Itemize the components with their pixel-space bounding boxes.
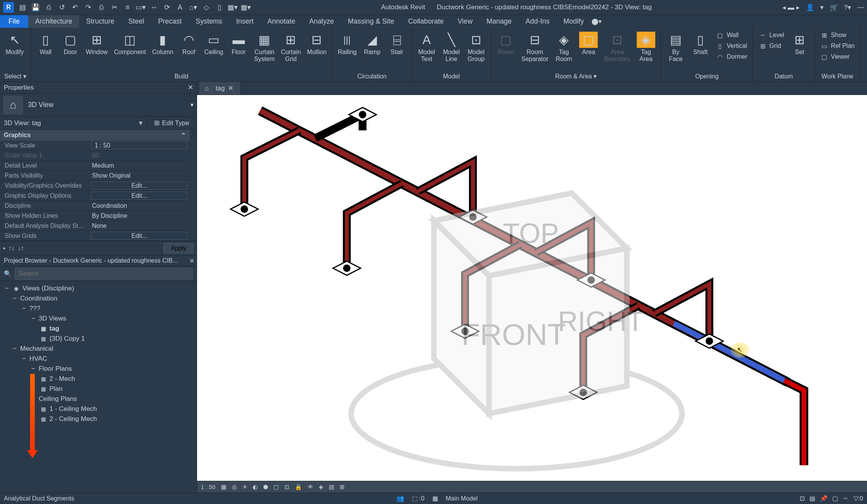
shadows-control[interactable]: ◐ xyxy=(253,484,258,490)
curtain-grid-button[interactable]: ⊞Curtain Grid xyxy=(279,30,303,64)
render-control[interactable]: ⬢ xyxy=(263,484,268,490)
select-underlay-icon[interactable]: ▤ xyxy=(809,495,815,502)
tag-area-button[interactable]: ◈Tag Area xyxy=(634,30,658,64)
browser-scrollbar[interactable] xyxy=(190,281,197,492)
opening-wall-button[interactable]: ▢Wall xyxy=(714,30,750,40)
detail-level-control[interactable]: ▦ xyxy=(221,484,226,490)
property-value[interactable]: By Discipline xyxy=(89,211,190,221)
curtain-system-button[interactable]: ▦Curtain System xyxy=(252,30,277,64)
analytical-control[interactable]: ▤ xyxy=(329,484,334,490)
tab-collaborate[interactable]: Collaborate xyxy=(401,15,450,28)
roof-button[interactable]: ◠Roof xyxy=(177,30,201,57)
browser-close-icon[interactable]: ✕ xyxy=(189,257,194,265)
view-tab-tag[interactable]: ⌂ tag ✕ xyxy=(199,82,241,95)
tab-modify[interactable]: Modify xyxy=(556,15,591,28)
rotate-icon[interactable]: ⟳ xyxy=(162,3,172,12)
visual-style-control[interactable]: ◎ xyxy=(232,484,237,490)
tree-item[interactable]: −Floor Plans xyxy=(0,364,190,374)
redo-icon[interactable]: ↷ xyxy=(83,3,93,12)
sort-asc-icon[interactable]: ↑↓ xyxy=(8,245,15,252)
saveall-icon[interactable]: ⎙ xyxy=(44,3,53,12)
revit-app-icon[interactable]: R xyxy=(3,2,14,13)
property-value[interactable]: None xyxy=(89,221,190,231)
default3d-icon[interactable]: ◇ xyxy=(202,3,211,12)
tab-addins[interactable]: Add-Ins xyxy=(518,15,556,28)
align-icon[interactable]: ▭▾ xyxy=(136,3,145,12)
model-text-button[interactable]: AModel Text xyxy=(415,30,438,64)
property-value[interactable]: Medium xyxy=(89,161,190,170)
mullion-button[interactable]: ⊟Mullion xyxy=(305,30,329,57)
tree-item[interactable]: ▦tag xyxy=(0,324,190,334)
tree-root[interactable]: − ◉ Views (Discipline) xyxy=(0,283,190,294)
property-value[interactable]: 1 : 50 xyxy=(91,141,187,149)
close-hidden-icon[interactable]: ▦▾ xyxy=(241,3,250,12)
tree-item[interactable]: −Coordination xyxy=(0,294,190,304)
component-button[interactable]: ◫Component xyxy=(112,30,148,57)
by-face-button[interactable]: ▤By Face xyxy=(664,30,687,64)
modify-button[interactable]: ↖ Modify xyxy=(3,30,26,57)
column-button[interactable]: ▮Column xyxy=(150,30,176,57)
window-button[interactable]: ⊞Window xyxy=(83,30,110,57)
tab-insert[interactable]: Insert xyxy=(229,15,260,28)
minimize-icon[interactable]: — xyxy=(857,3,864,11)
area-button[interactable]: ▢Area xyxy=(577,30,600,57)
tab-manage[interactable]: Manage xyxy=(479,15,518,28)
scale-control[interactable]: 1 : 50 xyxy=(201,484,216,490)
tab-annotate[interactable]: Annotate xyxy=(260,15,302,28)
search-input[interactable] xyxy=(15,268,193,280)
tree-item[interactable]: −HVAC xyxy=(0,354,190,364)
viewcube[interactable]: FRONT RIGHT TOP xyxy=(197,110,852,481)
shaft-button[interactable]: ▯Shaft xyxy=(689,30,712,57)
wall-button[interactable]: ▯Wall xyxy=(34,30,57,57)
property-edit-button[interactable]: Edit... xyxy=(91,192,187,200)
select-links-icon[interactable]: ⊡ xyxy=(800,495,805,502)
tab-steel[interactable]: Steel xyxy=(121,15,151,28)
crop-control[interactable]: ▢ xyxy=(274,484,279,490)
file-tab[interactable]: File xyxy=(0,15,28,28)
model-line-button[interactable]: ╲Model Line xyxy=(440,30,463,64)
reveal-control[interactable]: ◈ xyxy=(319,484,323,490)
stair-button[interactable]: ⌸Stair xyxy=(385,30,408,57)
door-button[interactable]: ▢Door xyxy=(59,30,82,57)
switch-windows-icon[interactable]: ▦▾ xyxy=(228,3,237,12)
tree-item[interactable]: ▦1 - Ceiling Mech xyxy=(0,404,190,414)
select-pinned-icon[interactable]: 📌 xyxy=(820,495,828,502)
graphics-group-header[interactable]: Graphics⌃ xyxy=(0,130,190,141)
tab-systems[interactable]: Systems xyxy=(189,15,229,28)
model-group-button[interactable]: ⊡Model Group xyxy=(464,30,488,64)
railing-button[interactable]: ⫼Railing xyxy=(335,30,359,57)
expander-icon[interactable]: − xyxy=(30,365,36,373)
tab-massing-site[interactable]: Massing & Site xyxy=(341,15,401,28)
expander-icon[interactable]: − xyxy=(30,315,36,322)
property-value[interactable]: Show Original xyxy=(89,171,190,180)
tag-room-button[interactable]: ◈Tag Room xyxy=(552,30,575,64)
cart-icon[interactable]: 🛒 xyxy=(830,3,838,12)
project-browser-tree[interactable]: − ◉ Views (Discipline) −Coordination−???… xyxy=(0,281,190,492)
expander-icon[interactable]: − xyxy=(12,295,18,302)
sun-path-control[interactable]: ☀ xyxy=(242,484,247,490)
tree-item[interactable]: −Mechanical xyxy=(0,344,190,354)
temp-hide-control[interactable]: 👁 xyxy=(308,484,313,490)
drag-elements-icon[interactable]: ↔ xyxy=(843,495,849,502)
select-panel-label[interactable]: Select ▾ xyxy=(3,71,27,80)
filter-icon[interactable]: ▽:0 xyxy=(853,495,863,502)
select-face-icon[interactable]: ▢ xyxy=(832,495,838,502)
tree-item[interactable]: −Ceiling Plans xyxy=(0,394,190,404)
properties-close-icon[interactable]: ✕ xyxy=(187,83,194,91)
close-icon[interactable]: ✕ xyxy=(228,84,235,92)
3d-canvas[interactable]: ↖ FRONT RIGHT TOP xyxy=(197,95,867,481)
tab-analyze[interactable]: Analyze xyxy=(302,15,341,28)
tab-view[interactable]: View xyxy=(450,15,479,28)
user-icon[interactable]: 👤 xyxy=(806,3,814,12)
undo-icon[interactable]: ↶ xyxy=(70,3,80,12)
open-icon[interactable]: ▤ xyxy=(18,3,27,12)
section-icon[interactable]: ▯ xyxy=(215,3,224,12)
constraint-control[interactable]: ⊞ xyxy=(340,484,345,490)
show-workplane-button[interactable]: ⊞Show xyxy=(818,30,857,40)
keynav-icon[interactable]: ◂ ▬ ▸ xyxy=(782,3,799,12)
workset-icon[interactable]: 👥 xyxy=(396,495,404,502)
text-icon[interactable]: A xyxy=(175,3,185,12)
dimension-icon[interactable]: ↔ xyxy=(149,3,158,12)
tab-architecture[interactable]: Architecture xyxy=(28,15,79,28)
ramp-button[interactable]: ◢Ramp xyxy=(360,30,384,57)
